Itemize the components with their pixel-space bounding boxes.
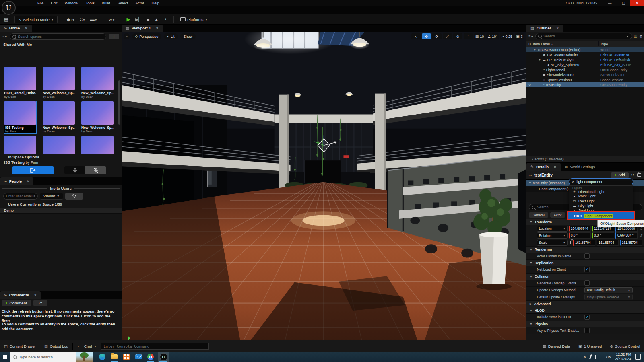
scale-lock-icon[interactable] (570, 241, 571, 244)
menu-file[interactable]: File (35, 0, 46, 6)
checkbox[interactable] (584, 328, 590, 333)
add-space-button[interactable]: + (109, 34, 119, 39)
dropdown-item-sky-light[interactable]: ☁Sky Light (569, 204, 633, 208)
item-label-column-header[interactable]: Item Label ▲ (533, 42, 553, 46)
outliner-type[interactable]: Edit BP_AvatarDe (600, 53, 629, 57)
tab-details[interactable]: ✎ Details✕ (526, 163, 561, 171)
tray-display-icon[interactable] (595, 355, 601, 359)
tab-world-settings[interactable]: ⊕World Settings (561, 163, 599, 171)
tray-clock[interactable]: 12:32 PM3/21/2024 (615, 352, 631, 361)
camera-speed[interactable]: ▣ 3 (515, 33, 524, 39)
menu-build[interactable]: Build (99, 0, 113, 6)
outliner-row-bp-defaultsky0[interactable]: ▼☁BP_DefaultSky0Edit BP_DefaultSk (526, 58, 644, 62)
close-icon[interactable]: ✕ (27, 179, 30, 183)
world-space-toggle[interactable]: ⊕ (453, 33, 462, 39)
transform-scale-y[interactable]: 161.85704 (597, 240, 619, 246)
stop-button[interactable]: ■ (144, 17, 152, 22)
leave-space-button[interactable] (12, 166, 54, 174)
menu-select[interactable]: Select (115, 0, 131, 6)
outliner-type[interactable]: Edit BP_Sky_Sphe (600, 63, 631, 67)
taskbar-search-box[interactable]: Type here to search (10, 352, 93, 362)
oko-link-icon[interactable]: ∞▼ (107, 17, 118, 22)
select-tool[interactable]: ↖ (411, 33, 421, 39)
menu-tools[interactable]: Tools (83, 0, 97, 6)
checkbox[interactable]: ✓ (584, 267, 590, 272)
tab-viewport-1[interactable]: ▦ Viewport 1✕ (122, 24, 163, 32)
lock-icon[interactable] (637, 173, 641, 177)
rotate-tool[interactable]: ⟳ (432, 33, 442, 39)
transform-rotation-x[interactable]: 0.0 ° (569, 232, 591, 239)
tab-home[interactable]: ∞ Home✕ (0, 24, 32, 32)
space-card[interactable] (81, 136, 114, 154)
checkbox[interactable] (584, 280, 590, 286)
outliner-filter-icon[interactable]: ≡▼ (528, 34, 533, 38)
close-icon[interactable]: ✕ (156, 26, 159, 30)
close-icon[interactable]: ✕ (25, 26, 28, 30)
outliner-settings-icon[interactable]: ⚙ (639, 34, 643, 39)
value-dropdown[interactable]: Only Update Movable▼ (584, 294, 633, 300)
taskbar-edge-icon[interactable] (97, 352, 107, 362)
taskbar-orange-app-icon[interactable] (122, 352, 131, 362)
outliner-row-testentity[interactable]: ⊙∞testEntityOKOSpaceEntity (526, 82, 644, 87)
space-card[interactable]: OKO_Unreal_Onbo...by Dean (4, 67, 36, 99)
outliner-row-sitemodelactor0[interactable]: ▣SiteModelActor0SiteModelActor (526, 72, 644, 77)
tray-volume-muted-icon[interactable]: ◁✕ (605, 355, 611, 359)
transform-label-dropdown[interactable]: Scale▼ (537, 240, 568, 246)
close-icon[interactable]: ✕ (556, 26, 559, 30)
transform-label-dropdown[interactable]: Rotation▼ (537, 232, 568, 239)
show-flags-dropdown[interactable]: Show (180, 33, 196, 39)
close-button[interactable]: ✕ (630, 0, 644, 6)
dropdown-item-oko-light-component[interactable]: ∴ OKO Light Component (568, 212, 634, 219)
refresh-comments-button[interactable]: ⟳ (33, 300, 47, 306)
cinematics-icon[interactable]: ▬▼ (88, 17, 100, 22)
eject-button[interactable]: ▲ (152, 17, 161, 22)
close-icon[interactable]: ✕ (34, 293, 37, 297)
transform-location-x[interactable]: 164.896744 (569, 226, 591, 232)
taskbar-mail-icon[interactable] (134, 352, 143, 362)
output-log-button[interactable]: ▤ Output Log (40, 340, 72, 352)
play-button[interactable]: ▶ (124, 16, 133, 22)
clear-search-icon[interactable]: ✕ (572, 180, 575, 184)
value-dropdown[interactable]: Use Config Default▼ (584, 287, 633, 293)
add-component-button[interactable]: +Add (611, 172, 628, 178)
component-search-input[interactable]: ✕ light component (569, 178, 633, 185)
role-dropdown[interactable]: Viewer▼ (40, 193, 63, 200)
perspective-dropdown[interactable]: ◇ Perspective (132, 33, 161, 39)
taskbar-unreal-icon[interactable]: U (158, 352, 169, 362)
tray-chevron-icon[interactable]: ∧ (584, 355, 586, 359)
section-hlod[interactable]: ▼HLOD (526, 307, 644, 314)
menu-edit[interactable]: Edit (48, 0, 60, 6)
close-icon[interactable]: ✕ (553, 165, 557, 169)
save-icon[interactable]: ▤ (2, 17, 10, 22)
reset-icon[interactable]: ↺ (640, 234, 643, 238)
tray-notifications-icon[interactable] (635, 354, 641, 360)
scale-snap-toggle[interactable]: ↗ 0.25 (500, 33, 514, 39)
unsaved-button[interactable]: ▣ 1 Unsaved (574, 340, 606, 352)
platforms-dropdown[interactable]: Platforms▼ (177, 16, 211, 23)
tab-people[interactable]: ∞ People✕ (0, 177, 33, 185)
tray-pen-icon[interactable] (589, 354, 592, 359)
checkbox[interactable] (584, 253, 590, 259)
dropdown-item-directional-light[interactable]: ✳Directional Light (569, 189, 633, 194)
rotation-snap-toggle[interactable]: ∠ 10° (486, 33, 499, 39)
taskbar-chrome-icon[interactable] (146, 352, 155, 362)
space-card[interactable]: New_Welcome_Sp...by Dean (43, 101, 75, 133)
space-card[interactable] (4, 136, 36, 154)
blueprint-edit-icon[interactable]: ∷ (631, 173, 634, 177)
source-control-button[interactable]: ⊘ Source Control (606, 340, 644, 352)
minimize-button[interactable]: — (603, 0, 617, 6)
surface-snap-toggle[interactable]: ∴ (464, 33, 473, 39)
content-drawer-button[interactable]: ◫ Content Drawer (0, 340, 40, 352)
outliner-row-bp-avatardefault0[interactable]: ☻BP_AvatarDefault0Edit BP_AvatarDe (526, 52, 644, 57)
start-button[interactable] (0, 352, 10, 362)
space-card[interactable]: ISS Testingby Finn (4, 101, 36, 133)
menu-actor[interactable]: Actor (132, 0, 147, 6)
menu-window[interactable]: Window (62, 0, 81, 6)
section-advanced[interactable]: ▶Advanced (526, 301, 644, 307)
outliner-type[interactable]: Edit BP_DefaultSk (600, 58, 630, 62)
transform-label-dropdown[interactable]: Location▼ (537, 226, 568, 232)
space-card[interactable]: New_Welcome_Sp...by Dean (81, 101, 114, 133)
transform-scale-x[interactable]: 161.85704 (573, 240, 595, 246)
section-replication[interactable]: ▼Replication (526, 260, 644, 266)
mic-mute-button[interactable] (85, 166, 106, 174)
